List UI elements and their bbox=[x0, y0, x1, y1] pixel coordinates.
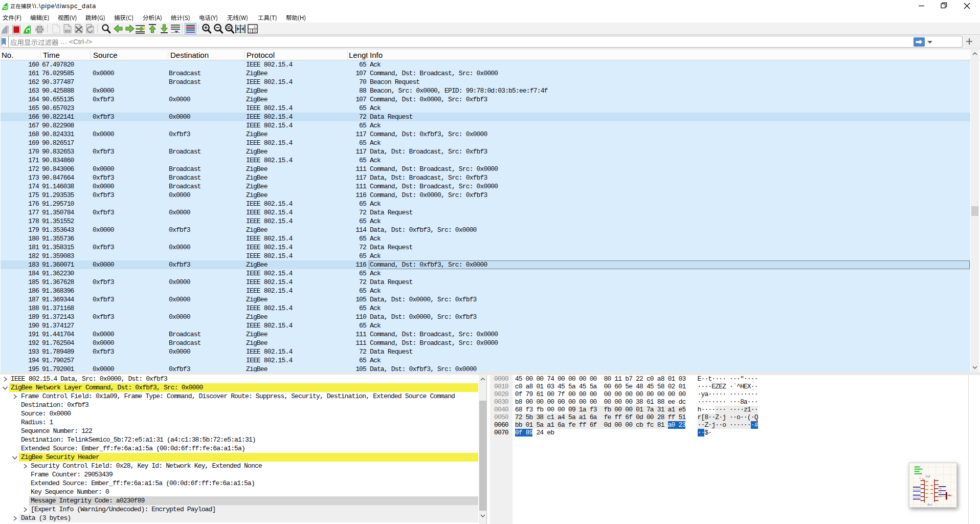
svg-text:3: 3 bbox=[254, 29, 256, 33]
svg-text:4IuJ: 4IuJ bbox=[927, 504, 932, 506]
svg-text:RFC: RFC bbox=[948, 494, 952, 497]
svg-text:2: 2 bbox=[250, 29, 252, 33]
svg-text:2IuF: 2IuF bbox=[925, 475, 930, 478]
svg-text:1: 1 bbox=[254, 25, 256, 29]
svg-text:010: 010 bbox=[65, 30, 70, 32]
